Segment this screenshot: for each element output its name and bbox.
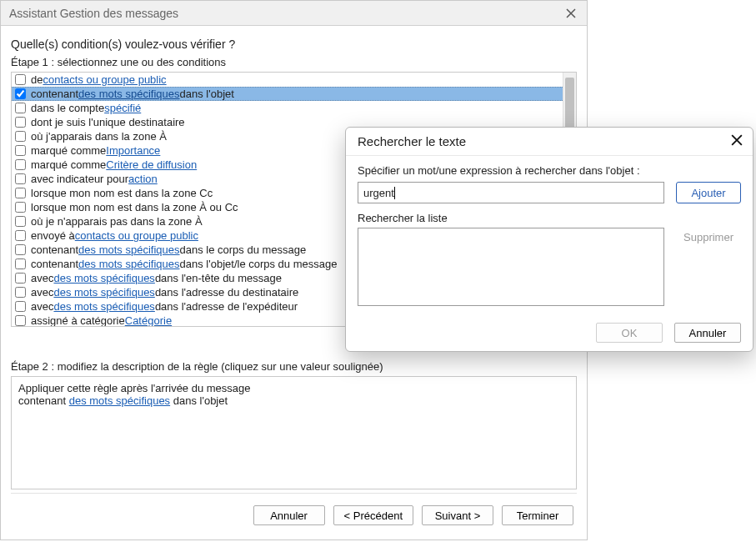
condition-checkbox[interactable]	[15, 188, 26, 198]
condition-link[interactable]: Critère de diffusion	[106, 158, 197, 172]
condition-text-part: dans l'objet/le corps du message	[180, 257, 338, 271]
condition-text-part: marqué comme	[31, 158, 106, 172]
condition-checkbox[interactable]	[15, 131, 26, 142]
text-caret	[394, 187, 395, 199]
search-text-dialog: Rechercher le texte Spécifier un mot/une…	[345, 127, 753, 352]
condition-checkbox[interactable]	[15, 103, 26, 113]
condition-link[interactable]: Catégorie	[125, 314, 172, 326]
condition-link[interactable]: des mots spécifiques	[78, 87, 179, 101]
condition-checkbox[interactable]	[15, 145, 26, 156]
condition-text: de contacts ou groupe public	[31, 73, 167, 87]
condition-checkbox[interactable]	[15, 88, 26, 99]
condition-checkbox[interactable]	[15, 216, 26, 227]
condition-link[interactable]: contacts ou groupe public	[43, 73, 166, 87]
close-icon[interactable]	[563, 6, 578, 21]
condition-text: contenant des mots spécifiques dans l'ob…	[31, 87, 234, 101]
condition-text: où j'apparais dans la zone À	[31, 129, 167, 143]
condition-text-part: lorsque mon nom est dans la zone Cc	[31, 186, 213, 200]
condition-text-part: marqué comme	[31, 143, 106, 158]
condition-link[interactable]: spécifié	[104, 101, 141, 115]
condition-link[interactable]: des mots spécifiques	[53, 299, 154, 314]
condition-text: contenant des mots spécifiques dans le c…	[31, 243, 306, 257]
condition-text-part: dont je suis l'unique destinataire	[31, 115, 185, 129]
condition-text-part: avec	[31, 285, 53, 299]
condition-checkbox[interactable]	[15, 315, 26, 326]
condition-text-part: avec indicateur pour	[31, 172, 128, 186]
remove-button[interactable]: Supprimer	[678, 228, 738, 246]
condition-checkbox[interactable]	[15, 287, 26, 298]
condition-text-part: dans le corps du message	[180, 243, 307, 257]
condition-checkbox[interactable]	[15, 117, 26, 128]
condition-text: avec des mots spécifiques dans l'en-tête…	[31, 271, 282, 285]
condition-text: où je n'apparais pas dans la zone À	[31, 214, 203, 228]
condition-checkbox[interactable]	[15, 258, 26, 269]
condition-text-part: avec	[31, 299, 53, 314]
condition-checkbox[interactable]	[15, 173, 26, 184]
condition-row[interactable]: dans le compte spécifié	[12, 101, 576, 115]
condition-link[interactable]: des mots spécifiques	[53, 285, 154, 299]
condition-link[interactable]: des mots spécifiques	[53, 271, 154, 285]
condition-text-part: contenant	[31, 257, 78, 271]
condition-text: avec indicateur pour action	[31, 172, 158, 186]
specify-label: Spécifier un mot/une expression à recher…	[358, 164, 741, 177]
dialog-cancel-button[interactable]: Annuler	[674, 323, 741, 343]
desc-suffix: dans l'objet	[170, 394, 228, 407]
condition-text: avec des mots spécifiques dans l'adresse…	[31, 285, 298, 299]
condition-text: lorsque mon nom est dans la zone Cc	[31, 186, 213, 200]
desc-prefix: contenant	[18, 394, 69, 407]
condition-text: assigné à catégorie Catégorie	[31, 314, 172, 326]
condition-checkbox[interactable]	[15, 202, 26, 213]
condition-checkbox[interactable]	[15, 301, 26, 312]
description-line1: Appliquer cette règle après l'arrivée du…	[18, 382, 569, 394]
condition-text-part: contenant	[31, 243, 78, 257]
condition-row[interactable]: de contacts ou groupe public	[12, 73, 576, 87]
condition-text: marqué comme Importance	[31, 143, 160, 158]
dialog-footer: OK Annuler	[596, 323, 741, 343]
step2-label: Étape 2 : modifiez la description de la …	[11, 360, 577, 373]
condition-checkbox[interactable]	[15, 159, 26, 170]
condition-link[interactable]: Importance	[106, 143, 160, 158]
close-icon[interactable]	[731, 134, 743, 148]
condition-text: avec des mots spécifiques dans l'adresse…	[31, 299, 298, 314]
condition-text-part: dans l'adresse du destinataire	[155, 285, 298, 299]
wizard-question: Quelle(s) condition(s) voulez-vous vérif…	[11, 38, 577, 51]
cancel-button[interactable]: Annuler	[253, 505, 325, 525]
condition-link[interactable]: contacts ou groupe public	[75, 228, 198, 243]
finish-button[interactable]: Terminer	[502, 505, 573, 525]
condition-text-part: dans l'en-tête du message	[155, 271, 282, 285]
condition-checkbox[interactable]	[15, 230, 26, 241]
condition-text: marqué comme Critère de diffusion	[31, 158, 197, 172]
condition-text-part: dans le compte	[31, 101, 104, 115]
condition-text: dans le compte spécifié	[31, 101, 141, 115]
wizard-titlebar: Assistant Gestion des messages	[1, 1, 587, 26]
condition-text-part: de	[31, 73, 43, 87]
condition-text-part: dans l'objet	[180, 87, 234, 101]
wizard-title: Assistant Gestion des messages	[9, 7, 178, 20]
condition-text-part: assigné à catégorie	[31, 314, 125, 326]
condition-row[interactable]: contenant des mots spécifiques dans l'ob…	[12, 87, 576, 101]
step1-label: Étape 1 : sélectionnez une ou des condit…	[11, 56, 577, 68]
ok-button[interactable]: OK	[596, 323, 663, 343]
next-button[interactable]: Suivant >	[422, 505, 493, 525]
condition-link[interactable]: des mots spécifiques	[78, 243, 179, 257]
desc-specific-words-link[interactable]: des mots spécifiques	[69, 394, 170, 407]
condition-checkbox[interactable]	[15, 74, 26, 85]
search-text-input[interactable]: urgent	[358, 182, 664, 203]
condition-checkbox[interactable]	[15, 273, 26, 284]
back-button[interactable]: < Précédent	[333, 505, 413, 525]
condition-text-part: contenant	[31, 87, 78, 101]
condition-text: contenant des mots spécifiques dans l'ob…	[31, 257, 337, 271]
add-button[interactable]: Ajouter	[676, 182, 741, 203]
dialog-title: Rechercher le texte	[358, 134, 466, 148]
condition-text-part: dans l'adresse de l'expéditeur	[155, 299, 298, 314]
condition-checkbox[interactable]	[15, 244, 26, 255]
condition-text: dont je suis l'unique destinataire	[31, 115, 185, 129]
condition-link[interactable]: des mots spécifiques	[78, 257, 179, 271]
condition-text-part: avec	[31, 271, 53, 285]
condition-text: lorsque mon nom est dans la zone À ou Cc	[31, 200, 238, 214]
wizard-button-bar: Annuler < Précédent Suivant > Terminer	[11, 493, 577, 529]
condition-link[interactable]: action	[128, 172, 158, 186]
search-list[interactable]	[358, 228, 664, 306]
search-list-label: Rechercher la liste	[358, 212, 741, 224]
description-line2: contenant des mots spécifiques dans l'ob…	[18, 394, 569, 407]
